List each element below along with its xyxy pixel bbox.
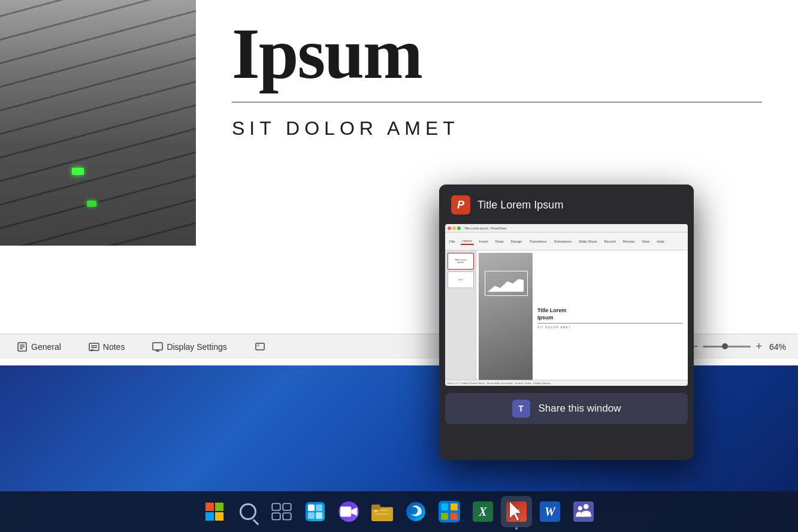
mini-notes: Notes — [525, 382, 531, 385]
taskbar: X P W — [0, 491, 798, 532]
svg-marker-29 — [510, 501, 522, 521]
taskbar-edge-button[interactable] — [400, 496, 431, 527]
powerpoint-thumbnail-popup: P Title Lorem Ipsum Title Lorem Ipsum - … — [439, 185, 694, 460]
taskbar-zoom-button[interactable] — [333, 496, 364, 527]
task-view-icon — [271, 501, 292, 522]
display-settings-label: Display Settings — [167, 342, 226, 352]
taskbar-file-explorer-button[interactable] — [367, 496, 398, 527]
taskbar-teams-button[interactable] — [568, 496, 599, 527]
mini-accessibility: Accessibility: Investigate — [487, 382, 513, 385]
svg-rect-26 — [451, 503, 458, 510]
powerpoint-app-icon: P — [506, 501, 527, 522]
taskbar-task-view-button[interactable] — [266, 496, 297, 527]
win-quad-1 — [205, 503, 214, 511]
ribbon-draw: Draw — [494, 238, 506, 244]
mini-slide-subtitle: SIT DOLOR AMET — [537, 325, 683, 329]
svg-rect-14 — [272, 513, 280, 519]
mini-main-slide-content: Title LoremIpsum SIT DOLOR AMET — [476, 250, 688, 386]
svg-rect-19 — [371, 504, 380, 509]
windows-logo-icon — [205, 503, 223, 521]
win-quad-2 — [215, 503, 223, 511]
taskbar-powerpoint-button[interactable]: P — [501, 496, 532, 527]
svg-rect-20 — [374, 510, 377, 512]
widget-quad-2 — [316, 504, 322, 511]
slide-subtitle: SIT DOLOR AMET — [232, 117, 762, 140]
teams-app-icon — [573, 501, 594, 522]
widget-quad-1 — [308, 504, 315, 511]
popup-ppt-app-icon: P — [451, 195, 470, 214]
display-settings-icon — [152, 341, 163, 352]
general-icon — [17, 341, 28, 352]
popup-window-title: Title Lorem Ipsum — [477, 199, 563, 211]
popup-preview-inner: Title Lorem Ipsum - PowerPoint File Home… — [445, 224, 688, 386]
svg-rect-13 — [283, 504, 291, 510]
svg-point-31 — [578, 506, 582, 510]
zoom-percent: 64% — [769, 342, 786, 352]
svg-rect-16 — [340, 507, 351, 517]
green-light-2 — [87, 201, 96, 207]
slide-main-title: Ipsum — [232, 18, 762, 90]
zoom-plus-btn[interactable]: + — [755, 340, 762, 353]
ribbon-file: File — [448, 238, 457, 244]
popup-preview-area: Title Lorem Ipsum - PowerPoint File Home… — [445, 224, 688, 386]
svg-rect-27 — [441, 513, 448, 520]
taskbar-store-button[interactable] — [434, 496, 465, 527]
share-button-label: Share this window — [539, 403, 621, 415]
statusbar-slide-view[interactable] — [250, 339, 270, 355]
ribbon-view: View — [640, 238, 651, 244]
taskbar-word-button[interactable]: W — [534, 496, 566, 527]
svg-rect-28 — [451, 513, 458, 520]
taskbar-search-button[interactable] — [232, 496, 264, 527]
taskbar-excel-button[interactable]: X — [467, 496, 498, 527]
statusbar-notes[interactable]: Notes — [84, 339, 130, 355]
notes-icon — [89, 341, 99, 352]
zoom-control[interactable]: − + 64% — [692, 340, 786, 353]
mini-thumb-2: slide 2 — [448, 271, 474, 288]
mini-general: General — [515, 382, 523, 385]
mini-ppt-toolbar: Title Lorem Ipsum - PowerPoint — [445, 224, 688, 232]
word-app-icon: W — [540, 501, 560, 522]
file-explorer-icon — [371, 501, 393, 522]
svg-rect-11 — [257, 344, 259, 346]
win-quad-4 — [215, 512, 223, 521]
cursor-icon — [507, 501, 529, 523]
svg-rect-25 — [441, 503, 448, 510]
svg-rect-7 — [153, 343, 162, 350]
popup-header: P Title Lorem Ipsum — [439, 185, 694, 224]
slide-divider — [232, 102, 762, 102]
statusbar-general[interactable]: General — [12, 339, 66, 355]
statusbar-right-group: − + 64% — [692, 340, 786, 353]
ribbon-help: Help — [655, 238, 666, 244]
svg-rect-21 — [380, 510, 389, 511]
notes-label: Notes — [103, 342, 125, 352]
minimize-btn — [452, 226, 456, 230]
green-light-1 — [72, 168, 84, 175]
mini-slide-count: Slide 1 of 2 — [447, 382, 459, 385]
edge-icon — [405, 501, 427, 522]
mini-lang: English (United States) — [461, 382, 485, 385]
widget-quad-4 — [316, 512, 322, 519]
taskbar-widgets-button[interactable] — [300, 496, 331, 527]
slide-image-stairs — [0, 0, 196, 246]
excel-icon: X — [473, 501, 493, 522]
zoom-slider[interactable] — [703, 346, 751, 347]
mini-ppt-body: Title LoremIpsum slide 2 Title LoremIpsu… — [445, 250, 688, 386]
mini-slide-panel: Title LoremIpsum slide 2 — [445, 250, 476, 386]
svg-point-30 — [584, 504, 589, 509]
ribbon-home: Home — [461, 238, 474, 245]
search-icon — [240, 503, 256, 520]
svg-point-23 — [406, 502, 425, 521]
share-this-window-button[interactable]: T Share this window — [445, 393, 688, 424]
statusbar-display-settings[interactable]: Display Settings — [147, 339, 231, 355]
ribbon-record: Record — [602, 238, 617, 244]
widget-quad-3 — [308, 512, 315, 519]
mini-slide-text: Title LoremIpsum SIT DOLOR AMET — [535, 253, 685, 383]
zoom-app-icon — [338, 501, 359, 522]
svg-rect-22 — [374, 513, 389, 515]
mini-slide-divider — [537, 323, 683, 324]
mini-slide-title: Title LoremIpsum — [537, 307, 683, 321]
mini-status-bar: Slide 1 of 2 English (United States) Acc… — [445, 380, 688, 386]
maximize-btn — [457, 226, 461, 230]
mini-display: Display Settings — [533, 382, 551, 385]
taskbar-start-button[interactable] — [199, 496, 230, 527]
